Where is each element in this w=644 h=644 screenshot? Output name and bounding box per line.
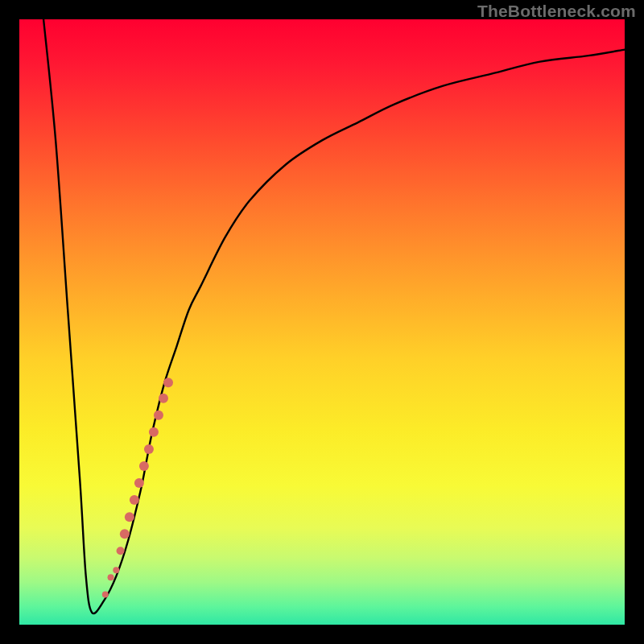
plot-area [19,19,625,625]
curve-layer [19,19,625,625]
marker-point [102,591,109,597]
marker-point [134,478,144,488]
watermark-text: TheBottleneck.com [477,2,636,21]
marker-point [159,394,168,403]
marker-point [120,529,130,539]
marker-point [149,427,159,437]
marker-point [139,461,149,471]
main-curve [43,19,625,613]
highlight-markers [102,378,173,597]
marker-point [130,495,139,505]
marker-point [125,512,134,522]
marker-point [113,567,119,573]
marker-point [117,547,125,555]
marker-point [163,378,173,387]
marker-point [154,411,163,420]
marker-point [108,574,114,580]
chart-container: TheBottleneck.com [0,0,644,644]
marker-point [144,444,154,454]
